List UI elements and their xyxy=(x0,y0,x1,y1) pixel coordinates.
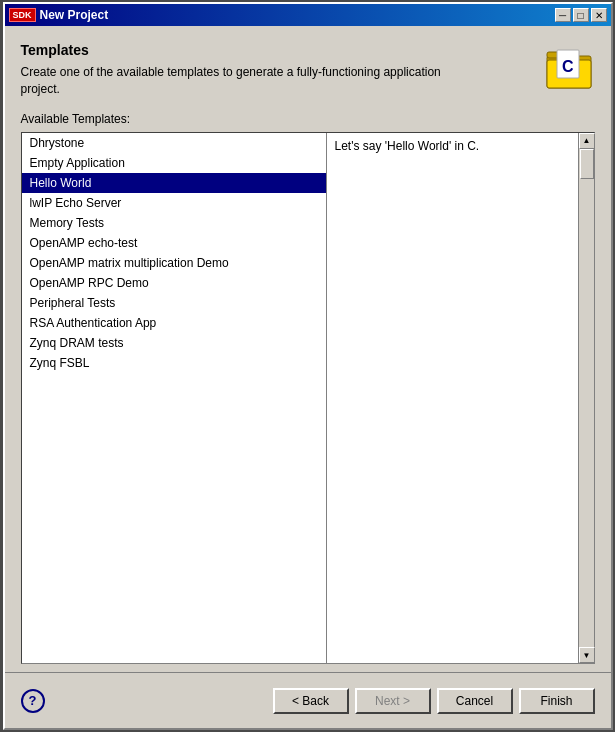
scroll-track xyxy=(579,149,594,647)
minimize-button[interactable]: ─ xyxy=(555,8,571,22)
close-button[interactable]: ✕ xyxy=(591,8,607,22)
bottom-left: ? xyxy=(21,689,45,713)
available-label: Available Templates: xyxy=(21,112,595,126)
template-item-memory-tests[interactable]: Memory Tests xyxy=(22,213,326,233)
next-button[interactable]: Next > xyxy=(355,688,431,714)
svg-text:C: C xyxy=(562,58,574,75)
window-title: New Project xyxy=(40,8,109,22)
finish-button[interactable]: Finish xyxy=(519,688,595,714)
bottom-right: < Back Next > Cancel Finish xyxy=(273,688,595,714)
back-button[interactable]: < Back xyxy=(273,688,349,714)
title-bar-buttons: ─ □ ✕ xyxy=(555,8,607,22)
template-item-zynq-fsbl[interactable]: Zynq FSBL xyxy=(22,353,326,373)
main-content: Templates Create one of the available te… xyxy=(5,26,611,672)
template-icon: C xyxy=(543,42,595,94)
page-title: Templates xyxy=(21,42,533,58)
template-item-hello-world[interactable]: Hello World xyxy=(22,173,326,193)
template-description: Let's say 'Hello World' in C. xyxy=(327,133,578,663)
maximize-button[interactable]: □ xyxy=(573,8,589,22)
sdk-badge: SDK xyxy=(9,8,36,22)
template-item-peripheral-tests[interactable]: Peripheral Tests xyxy=(22,293,326,313)
scroll-thumb[interactable] xyxy=(580,149,594,179)
help-button[interactable]: ? xyxy=(21,689,45,713)
header-section: Templates Create one of the available te… xyxy=(21,42,595,98)
header-text: Templates Create one of the available te… xyxy=(21,42,533,98)
description-scrollbar[interactable]: ▲ ▼ xyxy=(578,133,594,663)
bottom-bar: ? < Back Next > Cancel Finish xyxy=(5,672,611,728)
scroll-up-button[interactable]: ▲ xyxy=(579,133,595,149)
template-item-zynq-dram-tests[interactable]: Zynq DRAM tests xyxy=(22,333,326,353)
template-item-openamp-rpc-demo[interactable]: OpenAMP RPC Demo xyxy=(22,273,326,293)
cancel-button[interactable]: Cancel xyxy=(437,688,513,714)
folder-c-icon: C xyxy=(543,42,595,94)
template-item-openamp-matrix[interactable]: OpenAMP matrix multiplication Demo xyxy=(22,253,326,273)
template-item-dhrystone[interactable]: Dhrystone xyxy=(22,133,326,153)
scroll-down-button[interactable]: ▼ xyxy=(579,647,595,663)
template-item-lwip-echo-server[interactable]: lwIP Echo Server xyxy=(22,193,326,213)
template-item-rsa-auth-app[interactable]: RSA Authentication App xyxy=(22,313,326,333)
new-project-window: SDK New Project ─ □ ✕ Templates Create o… xyxy=(3,2,613,730)
template-item-openamp-echo-test[interactable]: OpenAMP echo-test xyxy=(22,233,326,253)
template-list[interactable]: DhrystoneEmpty ApplicationHello WorldlwI… xyxy=(22,133,327,663)
title-bar-left: SDK New Project xyxy=(9,8,109,22)
template-item-empty-application[interactable]: Empty Application xyxy=(22,153,326,173)
page-description: Create one of the available templates to… xyxy=(21,64,481,98)
title-bar: SDK New Project ─ □ ✕ xyxy=(5,4,611,26)
templates-area: DhrystoneEmpty ApplicationHello WorldlwI… xyxy=(21,132,595,664)
